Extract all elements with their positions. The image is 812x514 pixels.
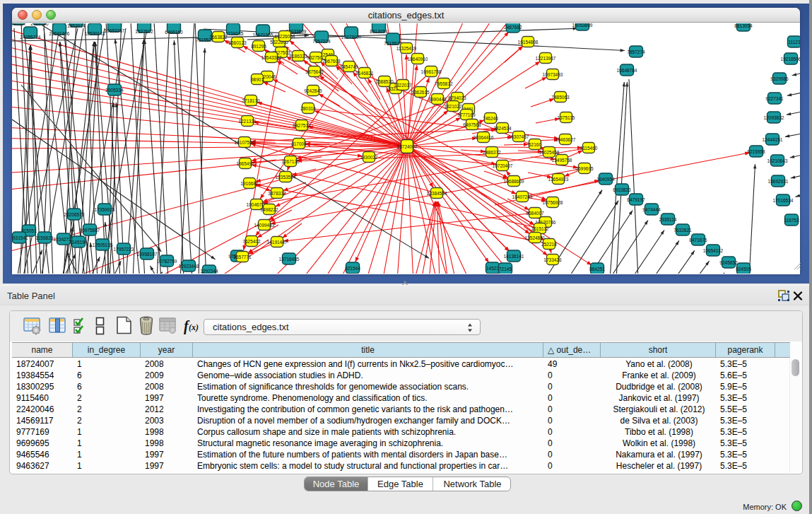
svg-text:17957223: 17957223 (114, 247, 134, 252)
svg-text:16107553: 16107553 (235, 140, 255, 145)
svg-text:2487682: 2487682 (504, 25, 522, 30)
svg-text:9329986: 9329986 (770, 76, 789, 81)
svg-text:6479197: 6479197 (627, 197, 645, 202)
svg-text:8471676: 8471676 (689, 238, 707, 243)
svg-text:6466160: 6466160 (165, 30, 183, 35)
svg-text:1853014: 1853014 (67, 23, 86, 28)
svg-text:1930027: 1930027 (360, 155, 378, 160)
svg-text:6933823: 6933823 (613, 187, 631, 192)
svg-text:16671355: 16671355 (253, 33, 273, 37)
svg-text:8454749: 8454749 (340, 64, 358, 69)
svg-text:864251: 864251 (589, 267, 605, 271)
svg-text:12923448: 12923448 (179, 264, 199, 269)
svg-text:9115460: 9115460 (580, 146, 598, 151)
svg-text:18407249: 18407249 (512, 194, 533, 199)
svg-text:7515526: 7515526 (384, 41, 402, 46)
svg-text:1375115: 1375115 (558, 115, 575, 120)
svg-text:13495758: 13495758 (552, 158, 572, 163)
svg-text:10654112: 10654112 (703, 248, 724, 253)
svg-text:1821022: 1821022 (444, 104, 462, 109)
svg-text:7625402: 7625402 (242, 239, 261, 244)
svg-text:1916682: 1916682 (240, 181, 259, 186)
svg-text:10973493: 10973493 (543, 72, 563, 77)
svg-text:7485063: 7485063 (551, 95, 570, 100)
svg-text:8215958: 8215958 (747, 149, 765, 154)
svg-text:10543382: 10543382 (261, 55, 282, 60)
svg-text:20691406: 20691406 (49, 31, 70, 36)
svg-text:9657771: 9657771 (233, 255, 252, 259)
svg-text:8660123: 8660123 (228, 40, 247, 45)
svg-text:6497568: 6497568 (463, 122, 481, 127)
svg-text:1527602: 1527602 (135, 29, 153, 34)
svg-text:(x): (x) (189, 322, 199, 332)
svg-text:12093832: 12093832 (764, 115, 784, 120)
svg-text:7857274: 7857274 (627, 49, 645, 54)
svg-text:817006: 817006 (291, 141, 307, 146)
svg-text:11123: 11123 (788, 40, 800, 45)
svg-text:1145194: 1145194 (70, 240, 88, 245)
svg-text:90975887: 90975887 (80, 228, 100, 233)
svg-text:924505: 924505 (736, 267, 751, 271)
svg-text:1292344: 1292344 (200, 269, 218, 274)
svg-text:12213967: 12213967 (536, 56, 556, 61)
svg-text:14136141: 14136141 (504, 254, 524, 259)
svg-text:116753: 116753 (784, 218, 799, 223)
svg-text:13716485: 13716485 (279, 257, 300, 262)
svg-text:746246: 746246 (483, 116, 498, 121)
svg-text:7663822: 7663822 (209, 35, 228, 40)
svg-text:2718170: 2718170 (242, 98, 260, 103)
svg-text:9684007: 9684007 (526, 211, 544, 216)
svg-text:8186323: 8186323 (289, 54, 307, 59)
svg-text:9474444: 9474444 (642, 207, 661, 212)
svg-text:8427512: 8427512 (293, 123, 311, 128)
svg-text:16053809: 16053809 (572, 23, 593, 28)
svg-text:9227341: 9227341 (765, 96, 784, 101)
svg-text:16961758: 16961758 (421, 69, 442, 74)
svg-text:1362615: 1362615 (411, 90, 430, 95)
svg-text:10307457: 10307457 (509, 134, 529, 139)
svg-text:3878332: 3878332 (268, 191, 286, 196)
svg-text:8813054: 8813054 (734, 23, 753, 28)
svg-text:18724007: 18724007 (397, 144, 418, 149)
svg-text:7632621: 7632621 (673, 228, 692, 233)
svg-text:891295: 891295 (251, 44, 266, 49)
svg-text:0699695: 0699695 (575, 166, 594, 171)
svg-text:20364416: 20364416 (473, 135, 494, 140)
svg-text:252214: 252214 (541, 242, 557, 247)
svg-text:3931541: 3931541 (12, 235, 28, 240)
svg-text:17359924: 17359924 (95, 207, 115, 212)
svg-text:921544: 921544 (345, 266, 360, 271)
svg-text:9242845: 9242845 (304, 88, 322, 93)
svg-text:2905334: 2905334 (105, 88, 124, 93)
svg-text:13654923: 13654923 (548, 177, 569, 182)
svg-text:8990448: 8990448 (428, 97, 447, 102)
svg-text:3267130: 3267130 (281, 159, 300, 164)
svg-text:13226058: 13226058 (275, 34, 295, 39)
svg-text:16154808: 16154808 (518, 40, 539, 45)
svg-text:1640954: 1640954 (596, 177, 615, 182)
svg-text:2069140: 2069140 (30, 23, 49, 26)
svg-text:9498222: 9498222 (260, 207, 278, 212)
svg-text:12505135: 12505135 (93, 243, 113, 247)
svg-text:10210643: 10210643 (767, 158, 788, 163)
svg-text:10688609: 10688609 (504, 179, 524, 184)
svg-text:19218506: 19218506 (781, 57, 800, 62)
svg-text:10756928: 10756928 (543, 200, 563, 205)
svg-text:8813054: 8813054 (370, 29, 388, 34)
svg-text:20206578: 20206578 (64, 212, 85, 217)
svg-text:16648784: 16648784 (617, 68, 637, 73)
svg-text:62160: 62160 (529, 142, 541, 147)
svg-text:9245652: 9245652 (719, 260, 738, 265)
svg-text:19463627: 19463627 (555, 137, 576, 142)
svg-text:1965492: 1965492 (236, 161, 254, 166)
svg-text:12444151: 12444151 (763, 137, 783, 142)
svg-text:11325419: 11325419 (396, 46, 417, 51)
svg-text:2935114: 2935114 (659, 217, 677, 222)
svg-text:10782759: 10782759 (157, 259, 177, 264)
svg-text:12353594: 12353594 (276, 175, 296, 180)
svg-text:10720407: 10720407 (493, 163, 513, 168)
svg-text:3875645: 3875645 (305, 69, 324, 74)
svg-text:13384554: 13384554 (427, 191, 447, 196)
svg-text:280314: 280314 (300, 106, 316, 111)
svg-text:2967608: 2967608 (322, 59, 341, 64)
